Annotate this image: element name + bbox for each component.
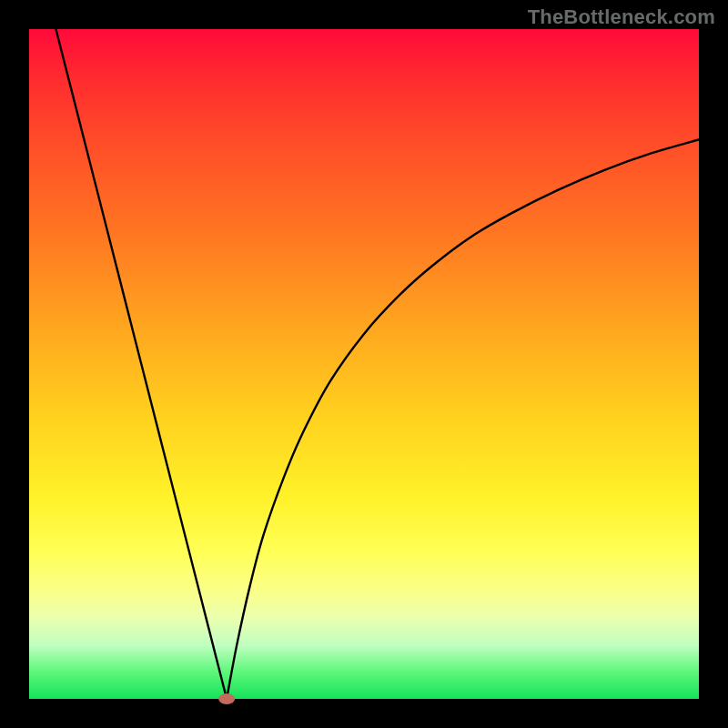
- minimum-marker: [218, 693, 235, 704]
- watermark-text: TheBottleneck.com: [528, 5, 715, 29]
- chart-frame: TheBottleneck.com: [0, 0, 728, 728]
- curve-layer: [29, 29, 699, 699]
- right-branch-curve: [227, 139, 699, 699]
- left-branch-curve: [56, 29, 227, 699]
- plot-area: [29, 29, 699, 699]
